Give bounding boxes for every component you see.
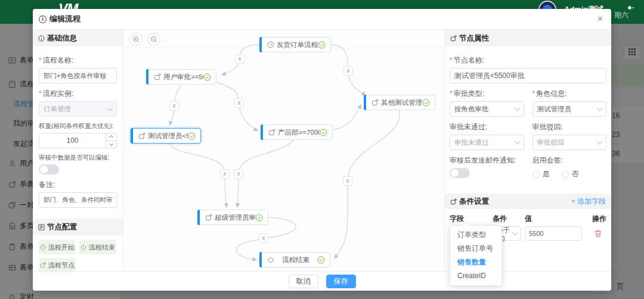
node-props-panel: 节点属性 *节点名称: *审批类型: 按角色审批 *角色信息: 测试管理员 <box>444 30 611 271</box>
weight-label: 权重(相同条件权重大优先): <box>39 122 117 130</box>
editable-label: 审核中数据是否可以编辑: <box>39 154 117 162</box>
node-name-input[interactable] <box>450 68 606 83</box>
settings-icon <box>450 198 457 205</box>
condition-table-header: 字段 条件 值 操作 <box>450 214 606 224</box>
flow-node-other-admin[interactable]: 其他测试管理员... <box>364 95 435 110</box>
not-pass-label: 审批未通过: <box>450 122 524 132</box>
gear-icon[interactable] <box>625 3 634 13</box>
list-icon <box>38 224 45 231</box>
flow-node-test-admin[interactable]: 测试管理员<550... <box>131 128 201 144</box>
chevron-up-icon <box>109 135 113 139</box>
weight-stepper-up[interactable] <box>106 133 116 141</box>
edge-delete-badge[interactable]: x <box>169 101 179 111</box>
flow-instance-label: *流程实例: <box>39 89 117 99</box>
node-name-label: *节点名称: <box>450 55 606 66</box>
flow-canvas[interactable]: x x x x x x x x 发货订单流程 用户审批>=5000 <box>123 30 444 271</box>
reject-select[interactable]: 审批驳回 <box>532 135 607 150</box>
info-circle-icon <box>38 35 45 42</box>
node-icon <box>138 132 145 139</box>
node-icon <box>268 129 275 136</box>
flow-node-button[interactable]: 流程节点 <box>39 258 76 272</box>
basic-info-panel: 基础信息 *流程名称: *流程实例: 订单管理 权重(相同条件权重大优先): 审… <box>33 30 123 271</box>
countersign-no-radio[interactable]: 否 <box>562 169 579 179</box>
flow-end-node-button[interactable]: 流程结束 <box>79 240 116 254</box>
edge-delete-badge[interactable]: x <box>234 169 243 179</box>
power-icon <box>267 256 274 263</box>
chevron-down-icon <box>107 105 113 111</box>
check-circle-icon <box>188 132 196 140</box>
flow-node-super-admin[interactable]: 超级管理员审批 <box>197 210 268 225</box>
weight-input-group <box>39 133 117 148</box>
screen: 表单设 流程管 流程管 我的审 发起流 用户管 单表数 一对 多页 表单 表单 … <box>0 0 644 299</box>
section-node-props: 节点属性 <box>445 30 611 46</box>
flow-instance-select[interactable]: 订单管理 <box>39 101 117 117</box>
countersign-yes-radio[interactable]: 是 <box>532 169 550 179</box>
info-icon: i <box>39 15 47 23</box>
close-button[interactable]: × <box>597 14 603 24</box>
reject-label: 审批驳回: <box>532 122 607 132</box>
flow-edges <box>123 30 444 271</box>
flow-node-user-approve[interactable]: 用户审批>=5000 <box>146 69 216 85</box>
dropdown-option-sales-order-no[interactable]: 销售订单号 <box>450 242 501 256</box>
trash-icon[interactable] <box>594 229 602 238</box>
check-circle-icon <box>203 73 211 81</box>
approve-type-select[interactable]: 按角色审批 <box>450 101 524 117</box>
cond-value-input[interactable] <box>525 226 582 241</box>
weight-stepper <box>106 133 116 148</box>
check-circle-icon <box>255 214 263 222</box>
flow-name-input[interactable] <box>39 68 117 83</box>
radio-icon <box>562 171 569 178</box>
power-icon <box>80 244 86 250</box>
save-button[interactable]: 保存 <box>326 275 356 288</box>
check-circle-icon <box>320 129 327 136</box>
flow-node-end[interactable]: 流程结束 <box>259 252 330 267</box>
chevron-down-icon <box>514 138 520 144</box>
edit-flow-modal: i 编辑流程 × 基础信息 *流程名称: *流程实例: 订单管理 权重(相同条件… <box>33 9 611 291</box>
section-condition: 条件设置 + 添加字段 <box>445 194 611 209</box>
edge-delete-badge[interactable]: x <box>343 66 353 76</box>
flow-start-node-button[interactable]: 流程开始 <box>39 240 76 254</box>
approve-type-label: *审批类型: <box>450 89 524 99</box>
chevron-down-icon <box>597 138 603 144</box>
edge-delete-badge[interactable]: x <box>235 54 244 64</box>
cancel-button[interactable]: 取消 <box>289 275 318 288</box>
field-dropdown: 订单类型 销售订单号 销售数量 CreateID <box>450 225 502 286</box>
email-notify-toggle[interactable] <box>450 168 470 178</box>
edge-delete-badge[interactable]: x <box>234 98 244 108</box>
dropdown-option-createid[interactable]: CreateID <box>450 269 501 283</box>
weight-stepper-down[interactable] <box>106 141 116 148</box>
radio-icon <box>532 171 540 178</box>
dropdown-option-sales-qty[interactable]: 销售数量 <box>450 256 501 269</box>
check-circle-icon <box>317 256 325 264</box>
chevron-down-icon <box>597 105 603 111</box>
modal-header: i 编辑流程 × <box>33 9 611 30</box>
clock-icon <box>267 41 274 48</box>
node-icon <box>205 214 212 221</box>
modal-title: 编辑流程 <box>49 14 80 24</box>
chevron-down-icon <box>514 105 520 111</box>
edge-delete-badge[interactable]: x <box>220 169 230 179</box>
remark-label: 备注: <box>39 180 117 190</box>
editable-toggle[interactable] <box>39 164 59 175</box>
chevron-down-icon <box>109 142 113 146</box>
edge-delete-badge[interactable]: x <box>259 233 268 243</box>
dropdown-option-order-type[interactable]: 订单类型 <box>450 228 501 242</box>
remark-input[interactable] <box>39 192 117 208</box>
section-basic-info: 基础信息 <box>33 30 123 46</box>
node-icon <box>40 262 46 268</box>
check-circle-icon <box>318 41 326 49</box>
chevron-down-icon <box>512 229 518 235</box>
node-icon <box>450 35 457 42</box>
flow-node-start[interactable]: 发货订单流程 <box>259 37 331 52</box>
role-info-label: *角色信息: <box>532 89 607 99</box>
not-pass-select[interactable]: 审批未通过 <box>450 135 524 150</box>
role-select[interactable]: 测试管理员 <box>532 101 607 117</box>
countersign-label: 启用会签: <box>532 155 607 166</box>
add-field-link[interactable]: + 添加字段 <box>571 197 606 207</box>
modal-footer: 取消 保存 <box>33 271 611 291</box>
node-icon <box>371 99 379 106</box>
flow-node-product-dept[interactable]: 产品部>=7000... <box>261 124 333 140</box>
node-icon <box>154 73 161 80</box>
weight-input[interactable] <box>39 133 106 148</box>
edge-delete-badge[interactable]: x <box>343 176 352 186</box>
